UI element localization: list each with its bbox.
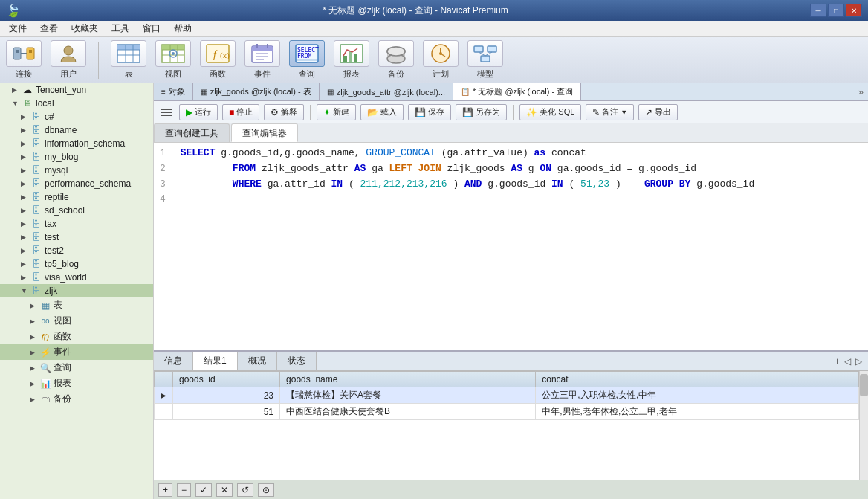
result-tab-result1[interactable]: 结果1: [193, 352, 238, 370]
sidebar-item-zljk[interactable]: ▼ 🗄 zljk: [0, 284, 153, 297]
backup-icon: [383, 42, 409, 65]
tab-query[interactable]: 📋 * 无标题 @zljk (local) - 查询: [453, 83, 581, 100]
hb-line-2: [161, 112, 172, 113]
result-grid[interactable]: goods_id goods_name concat ▶ 23 【瑞慈体检】关怀…: [154, 371, 859, 480]
sidebar-item-c#[interactable]: ▶ 🗄 c#: [0, 110, 153, 123]
toolbar-model-button[interactable]: [467, 40, 503, 67]
grid-discard-button[interactable]: ✕: [216, 483, 233, 497]
menu-window[interactable]: 窗口: [137, 21, 166, 36]
tab-objects[interactable]: ≡ 对象: [154, 83, 193, 100]
export-button[interactable]: ↗ 导出: [638, 104, 678, 120]
result-tab-info[interactable]: 信息: [154, 352, 193, 370]
toolbar-event-button[interactable]: [244, 40, 280, 67]
subtab-create-tool[interactable]: 查询创建工具: [154, 123, 230, 142]
content-area: ≡ 对象 ▦ zljk_goods @zljk (local) - 表 ▦ zl…: [154, 83, 868, 499]
menu-tools[interactable]: 工具: [106, 21, 135, 36]
sidebar-item-zljk-table[interactable]: ▶ ▦ 表: [0, 297, 153, 313]
sidebar-item-zljk-func[interactable]: ▶ f() 函数: [0, 329, 153, 344]
toolbar-view-button[interactable]: [155, 40, 191, 67]
toolbar-query-button[interactable]: SELECT FROM: [289, 40, 325, 67]
sidebar-item-sd-school[interactable]: ▶ 🗄 sd_school: [0, 204, 153, 217]
result-table: goods_id goods_name concat ▶ 23 【瑞慈体检】关怀…: [154, 371, 859, 420]
maximize-button[interactable]: □: [828, 4, 844, 17]
saveas-button[interactable]: 💾 另存为: [456, 104, 507, 120]
comment-button[interactable]: ✎ 备注 ▼: [586, 104, 634, 120]
sidebar-zljk-func-label: 函数: [54, 330, 71, 343]
grid-stop-button[interactable]: ⊙: [258, 483, 274, 497]
menu-view[interactable]: 查看: [34, 21, 64, 36]
grid-confirm-button[interactable]: ✓: [195, 483, 212, 497]
toolbar-event-label: 事件: [254, 68, 271, 80]
sidebar-item-zljk-report[interactable]: ▶ 📊 报表: [0, 376, 153, 391]
result-grid-scrollbar[interactable]: [859, 371, 868, 480]
result-tab-status[interactable]: 状态: [277, 352, 317, 370]
sidebar-item-test2[interactable]: ▶ 🗄 test2: [0, 244, 153, 257]
beautify-button[interactable]: ✨ 美化 SQL: [519, 104, 581, 120]
col-concat-header[interactable]: concat: [536, 372, 859, 387]
menu-file[interactable]: 文件: [3, 21, 33, 36]
db-icon-sdschool: 🗄: [31, 205, 42, 216]
sidebar-item-zljk-backup[interactable]: ▶ 🗃 备份: [0, 391, 153, 407]
load-button[interactable]: 📂 载入: [360, 104, 404, 120]
sidebar-item-reptile[interactable]: ▶ 🗄 reptile: [0, 190, 153, 204]
result-nav-right[interactable]: ▷: [855, 356, 862, 367]
sql-editor[interactable]: 1 SELECT g.goods_id,g.goods_name, GROUP_…: [154, 143, 868, 350]
close-button[interactable]: ✕: [846, 4, 862, 17]
sidebar-item-my-blog[interactable]: ▶ 🗄 my_blog: [0, 150, 153, 164]
table-row[interactable]: ▶ 23 【瑞慈体检】关怀A套餐 公立三甲,入职体检,女性,中年: [155, 387, 859, 404]
sidebar-item-information-schema[interactable]: ▶ 🗄 information_schema: [0, 137, 153, 150]
hamburger-menu-button[interactable]: [158, 106, 175, 119]
grid-refresh-button[interactable]: ↺: [237, 483, 253, 497]
sidebar-perf-label: performance_schema: [45, 178, 131, 189]
sidebar-item-visa-world[interactable]: ▶ 🗄 visa_world: [0, 271, 153, 284]
sidebar-dbname-label: dbname: [45, 125, 77, 135]
toolbar-table-button[interactable]: [111, 40, 146, 67]
sidebar-item-zljk-event[interactable]: ▶ ⚡ 事件: [0, 344, 153, 360]
grid-add-row-button[interactable]: +: [158, 483, 172, 497]
schedule-icon: [427, 42, 454, 65]
sidebar-item-tax[interactable]: ▶ 🗄 tax: [0, 217, 153, 231]
tab-expand-icon[interactable]: »: [854, 83, 868, 100]
run-button[interactable]: ▶ 运行: [179, 104, 218, 120]
toolbar-schedule-button[interactable]: [423, 40, 459, 67]
minimize-button[interactable]: ─: [810, 4, 826, 17]
sidebar-item-mysql[interactable]: ▶ 🗄 mysql: [0, 164, 153, 177]
tab-zljk-goods[interactable]: ▦ zljk_goods @zljk (local) - 表: [193, 83, 320, 100]
explain-button[interactable]: ⚙ 解释: [264, 104, 304, 120]
table-row[interactable]: 51 中西医结合健康天使套餐B 中年,男性,老年体检,公立三甲,老年: [155, 404, 859, 420]
sidebar-item-local[interactable]: ▼ 🖥 local: [0, 97, 153, 110]
menu-favorites[interactable]: 收藏夹: [65, 21, 104, 36]
toolbar-backup-button[interactable]: [378, 40, 414, 67]
stop-button[interactable]: ■ 停止: [222, 104, 259, 120]
sidebar-tax-label: tax: [45, 219, 56, 229]
new-button[interactable]: ✦ 新建: [317, 104, 356, 120]
toolbar-query-group: SELECT FROM 查询: [289, 40, 325, 80]
menu-help[interactable]: 帮助: [168, 21, 198, 36]
result-tab-overview[interactable]: 概况: [238, 352, 277, 370]
new-label: 新建: [333, 106, 349, 117]
sidebar-item-zljk-query[interactable]: ▶ 🔍 查询: [0, 360, 153, 376]
toolbar-connect-button[interactable]: [6, 40, 42, 67]
window-title: * 无标题 @zljk (local) - 查询 - Navicat Premi…: [21, 4, 810, 17]
grid-remove-row-button[interactable]: −: [177, 483, 191, 497]
col-goods-id-header[interactable]: goods_id: [173, 372, 280, 387]
sidebar-item-tencent[interactable]: ▶ ☁ Tencent_yun: [0, 83, 153, 97]
sidebar-item-dbname[interactable]: ▶ 🗄 dbname: [0, 123, 153, 137]
sidebar-item-zljk-view[interactable]: ▶ oo 视图: [0, 313, 153, 329]
tab-goods-attr-icon: ▦: [327, 88, 334, 96]
sidebar-item-perf-schema[interactable]: ▶ 🗄 performance_schema: [0, 177, 153, 190]
result-nav-left[interactable]: ◁: [844, 356, 851, 367]
tab-zljk-goods-attr[interactable]: ▦ zljk_goods_attr @zljk (local)...: [320, 83, 453, 100]
sidebar-item-tp5-blog[interactable]: ▶ 🗄 tp5_blog: [0, 257, 153, 271]
sidebar-item-test[interactable]: ▶ 🗄 test: [0, 231, 153, 244]
toolbar-user-button[interactable]: [51, 40, 86, 67]
toolbar-report-button[interactable]: [334, 40, 369, 67]
function-icon: f (x): [204, 42, 231, 65]
col-goods-name-header[interactable]: goods_name: [280, 372, 536, 387]
result-add-button[interactable]: +: [835, 356, 840, 367]
table-icon: [115, 42, 142, 65]
toolbar-report-group: 报表: [334, 40, 369, 80]
subtab-editor[interactable]: 查询编辑器: [231, 123, 298, 142]
toolbar-function-button[interactable]: f (x): [200, 40, 236, 67]
save-button[interactable]: 💾 保存: [408, 104, 451, 120]
